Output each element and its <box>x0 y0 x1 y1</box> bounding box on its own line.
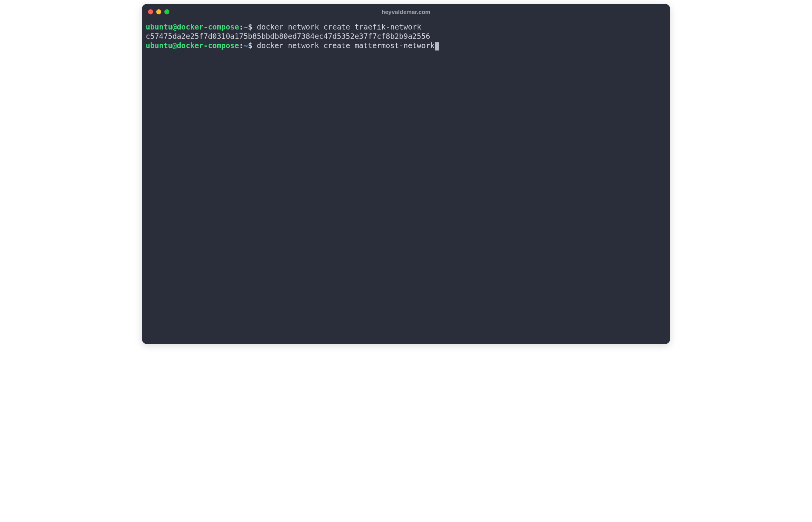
command-text: docker network create mattermost-network <box>253 41 435 50</box>
prompt-user-host: ubuntu@docker-compose <box>146 41 239 50</box>
terminal-line: c57475da2e25f7d0310a175b85bbdb80ed7384ec… <box>146 32 666 41</box>
prompt-symbol: $ <box>248 41 252 50</box>
terminal-line: ubuntu@docker-compose:~$ docker network … <box>146 41 666 50</box>
prompt-symbol: $ <box>248 23 252 31</box>
prompt-path: ~ <box>244 41 248 50</box>
close-icon[interactable] <box>148 9 153 14</box>
prompt-colon: : <box>239 41 243 50</box>
output-text: c57475da2e25f7d0310a175b85bbdb80ed7384ec… <box>146 32 430 40</box>
prompt-colon: : <box>239 23 243 31</box>
titlebar: heyvaldemar.com <box>142 4 670 19</box>
terminal-line: ubuntu@docker-compose:~$ docker network … <box>146 23 666 32</box>
minimize-icon[interactable] <box>156 9 161 14</box>
prompt-user-host: ubuntu@docker-compose <box>146 23 239 31</box>
prompt-path: ~ <box>244 23 248 31</box>
command-text: docker network create traefik-network <box>253 23 422 31</box>
terminal-window: heyvaldemar.com ubuntu@docker-compose:~$… <box>142 4 670 344</box>
maximize-icon[interactable] <box>164 9 169 14</box>
terminal-body[interactable]: ubuntu@docker-compose:~$ docker network … <box>142 19 670 344</box>
cursor-icon <box>435 42 439 50</box>
traffic-lights <box>148 9 169 14</box>
window-title: heyvaldemar.com <box>382 9 430 15</box>
